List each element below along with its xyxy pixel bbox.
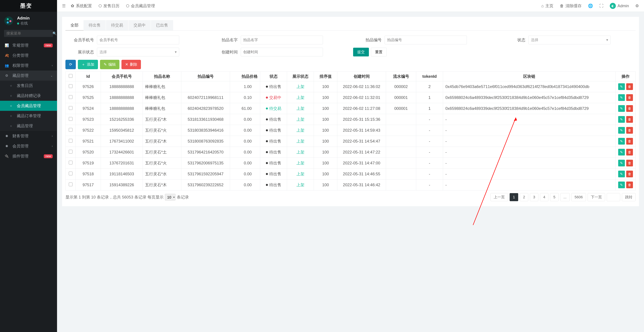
filter-ctime-input[interactable] <box>241 48 323 57</box>
fullscreen-icon[interactable]: ⛶ <box>600 4 604 8</box>
row-checkbox[interactable] <box>69 161 72 164</box>
row-delete-button[interactable]: 🗑 <box>626 116 633 123</box>
th-phone[interactable]: 会员手机号 <box>101 72 143 81</box>
breadcrumb-item[interactable]: 发售日历 <box>99 3 120 9</box>
submit-button[interactable]: 提交 <box>353 48 369 57</box>
sidebar-search[interactable]: 🔍 <box>4 30 53 37</box>
page-num[interactable]: 3 <box>530 193 538 201</box>
sidebar-item[interactable]: ✺会员管理‹ <box>0 141 57 151</box>
page-num[interactable]: 1 <box>510 193 518 201</box>
sidebar-subitem[interactable]: ○藏品转赠记录 <box>0 91 57 101</box>
home-link[interactable]: ⌂主页 <box>541 3 554 9</box>
row-checkbox[interactable] <box>69 172 72 175</box>
sidebar-item[interactable]: ⚙藏品管理⌄ <box>0 71 57 81</box>
tab[interactable]: 交易中 <box>128 20 151 30</box>
reset-button[interactable]: 重置 <box>371 48 387 57</box>
row-delete-button[interactable]: 🗑 <box>626 149 633 156</box>
row-checkbox[interactable] <box>69 106 72 110</box>
row-edit-button[interactable]: ✎ <box>618 138 625 145</box>
tab[interactable]: 已出售 <box>151 20 173 30</box>
cell-token: - <box>416 158 443 169</box>
row-delete-button[interactable]: 🗑 <box>626 171 633 177</box>
lang-icon[interactable]: 🌐 <box>588 4 593 8</box>
row-edit-button[interactable]: ✎ <box>618 160 625 166</box>
row-checkbox[interactable] <box>69 84 72 88</box>
page-prev[interactable]: 上一页 <box>490 193 508 201</box>
refresh-button[interactable]: ⟳ <box>66 60 76 69</box>
edit-button[interactable]: ✎编辑 <box>100 60 120 69</box>
th-id[interactable]: Id <box>76 72 101 81</box>
filter-status-label: 状态 <box>497 37 526 43</box>
sidebar-item[interactable]: 🔌插件管理new <box>0 151 57 161</box>
th-show[interactable]: 展示状态 <box>287 72 314 81</box>
user-menu[interactable]: ◐Admin <box>610 3 629 9</box>
sidebar-item[interactable]: ✺财务管理‹ <box>0 131 57 141</box>
page-num[interactable]: ... <box>560 193 570 201</box>
page-jump-button[interactable]: 跳转 <box>622 193 636 201</box>
sidebar-subitem[interactable]: ○藏品管理 <box>0 121 57 131</box>
row-delete-button[interactable]: 🗑 <box>626 127 633 134</box>
row-checkbox[interactable] <box>69 150 72 153</box>
th-pname[interactable]: 拍品名称 <box>143 72 181 81</box>
row-delete-button[interactable]: 🗑 <box>626 105 633 112</box>
th-sort[interactable]: 排序值 <box>314 72 337 81</box>
th-serial[interactable]: 流水编号 <box>386 72 416 81</box>
page-num[interactable]: 2 <box>520 193 528 201</box>
page-num[interactable]: 4 <box>540 193 548 201</box>
row-delete-button[interactable]: 🗑 <box>626 160 633 166</box>
select-all-checkbox[interactable] <box>69 74 72 78</box>
sidebar-item[interactable]: 📊常规管理new <box>0 40 57 50</box>
add-button[interactable]: ＋添加 <box>78 60 98 69</box>
page-jump-input[interactable] <box>607 193 620 201</box>
sidebar-search-input[interactable] <box>6 31 52 36</box>
sidebar-subitem[interactable]: ○藏品订单管理 <box>0 111 57 121</box>
row-checkbox[interactable] <box>69 117 72 121</box>
per-page-select[interactable]: 10 <box>165 194 176 200</box>
th-pno[interactable]: 拍品编号 <box>181 72 230 81</box>
filter-status-select[interactable]: 选择▾ <box>528 36 610 44</box>
row-checkbox[interactable] <box>69 128 72 132</box>
filter-pname-input[interactable] <box>241 36 323 44</box>
clear-cache-button[interactable]: 🗑清除缓存 <box>560 3 582 9</box>
hamburger-icon[interactable]: ☰ <box>57 4 71 8</box>
filter-show-select[interactable]: 选择▾ <box>97 48 179 57</box>
row-edit-button[interactable]: ✎ <box>618 171 625 177</box>
row-edit-button[interactable]: ✎ <box>618 83 625 90</box>
page-num[interactable]: 5 <box>550 193 558 201</box>
row-edit-button[interactable]: ✎ <box>618 149 625 156</box>
tab[interactable]: 待出售 <box>84 20 106 30</box>
tab[interactable]: 待交易 <box>106 20 128 30</box>
row-edit-button[interactable]: ✎ <box>618 127 625 134</box>
row-delete-button[interactable]: 🗑 <box>626 182 633 188</box>
settings-icon[interactable]: ⚙ <box>635 4 639 8</box>
row-delete-button[interactable]: 🗑 <box>626 138 633 145</box>
cell-status: 待出售 <box>260 180 287 190</box>
sidebar-item[interactable]: 🍂分类管理 <box>0 50 57 61</box>
breadcrumb-item[interactable]: 会员藏品管理 <box>126 3 155 9</box>
sidebar-subitem[interactable]: ○会员藏品管理 <box>0 101 57 111</box>
page-num[interactable]: 5606 <box>571 193 586 201</box>
nav-label: 财务管理 <box>12 133 28 139</box>
row-edit-button[interactable]: ✎ <box>618 105 625 112</box>
sidebar-subitem[interactable]: ○发售日历 <box>0 81 57 91</box>
th-price[interactable]: 拍品价格 <box>230 72 260 81</box>
row-edit-button[interactable]: ✎ <box>618 182 625 188</box>
tab[interactable]: 全部 <box>66 20 84 31</box>
th-token[interactable]: tokenId <box>416 72 443 81</box>
filter-pno-input[interactable] <box>385 36 467 44</box>
breadcrumb-item[interactable]: ✿系统配置 <box>71 3 92 9</box>
sidebar-item[interactable]: 👥权限管理‹ <box>0 61 57 71</box>
row-delete-button[interactable]: 🗑 <box>626 83 633 90</box>
row-checkbox[interactable] <box>69 183 72 186</box>
row-checkbox[interactable] <box>69 95 72 99</box>
row-delete-button[interactable]: 🗑 <box>626 94 633 101</box>
th-status[interactable]: 状态 <box>260 72 287 81</box>
th-chain[interactable]: 区块链 <box>443 72 616 81</box>
th-ctime[interactable]: 创建时间 <box>337 72 386 81</box>
row-edit-button[interactable]: ✎ <box>618 116 625 123</box>
filter-phone-input[interactable] <box>97 36 179 44</box>
delete-button[interactable]: ✕删除 <box>122 60 141 69</box>
row-edit-button[interactable]: ✎ <box>618 94 625 101</box>
page-next[interactable]: 下一页 <box>588 193 605 201</box>
row-checkbox[interactable] <box>69 139 72 143</box>
